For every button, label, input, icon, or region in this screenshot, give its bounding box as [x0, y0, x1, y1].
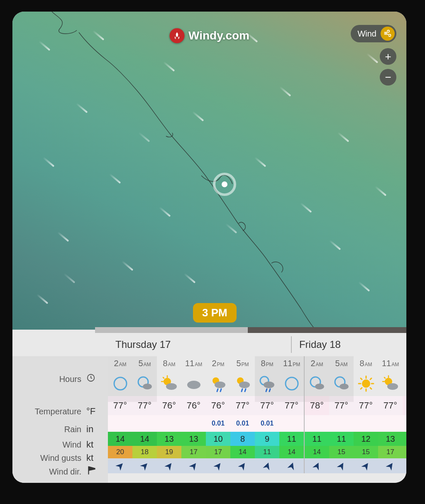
forecast-column[interactable]: 11AM77°.1317 [378, 356, 403, 473]
forecast-column[interactable]: 2AM78°.1114 [304, 356, 329, 473]
forecast-column[interactable]: 2PM78°.1317 [403, 356, 406, 473]
gusts-value: 14 [305, 446, 329, 458]
wind-value: 8 [230, 432, 255, 446]
gusts-value: 14 [230, 446, 255, 458]
rain-value: . [279, 415, 304, 432]
zoom-in-button[interactable]: + [380, 48, 396, 65]
hour-label: 2AM [310, 359, 323, 369]
hour-label: 11PM [283, 359, 300, 369]
rain-value: . [329, 415, 354, 432]
forecast-column[interactable]: 11AM76°.1317 [181, 356, 206, 473]
label-temperature: Temperature [35, 407, 81, 416]
wind-direction-arrow [181, 458, 206, 473]
temperature-value: 78° [403, 396, 406, 415]
unit-rain: in [86, 424, 103, 435]
weather-icon [136, 371, 154, 396]
forecast-column[interactable]: 2AM77°.1420 [108, 356, 132, 473]
timeline-future [248, 327, 406, 333]
unit-gusts: kt [86, 453, 103, 463]
timeline-gap [12, 327, 95, 333]
weather-icon [161, 371, 178, 396]
weather-icon [185, 371, 203, 396]
wind-direction-arrow [354, 458, 378, 473]
forecast-column[interactable]: 5PM77°0.01814 [230, 356, 255, 473]
wind-value: 14 [132, 432, 157, 446]
weather-icon [333, 371, 350, 396]
temperature-value: 77° [230, 396, 255, 415]
rain-value: . [181, 415, 206, 432]
wind-value: 11 [329, 432, 354, 446]
gusts-value: 17 [378, 446, 403, 458]
wind-value: 13 [403, 432, 406, 446]
gusts-value: 15 [354, 446, 378, 458]
temperature-value: 78° [305, 396, 329, 415]
hour-label: 5AM [335, 359, 347, 369]
temperature-value: 77° [132, 396, 157, 415]
temperature-value: 76° [157, 396, 181, 415]
hour-label: 5AM [138, 359, 151, 369]
layer-selector[interactable]: Wind [351, 25, 396, 42]
rain-value: . [157, 415, 181, 432]
forecast-column[interactable]: 2PM76°0.011017 [206, 356, 230, 473]
hour-label: 8AM [359, 359, 372, 369]
rain-value: . [403, 415, 406, 432]
row-labels: Hours Temperature °F Rain in Wind kt Win… [12, 333, 108, 483]
wind-value: 13 [181, 432, 206, 446]
hour-label: 8AM [163, 359, 175, 369]
forecast-column[interactable]: 5AM77°.1418 [132, 356, 157, 473]
temperature-value: 76° [181, 396, 206, 415]
gusts-value: 17 [206, 446, 230, 458]
brand-name: Windy.com [188, 29, 249, 42]
timeline-track[interactable] [12, 327, 406, 333]
brand: Windy.com [169, 28, 249, 43]
time-indicator[interactable]: 3 PM [193, 303, 237, 323]
wind-value: 13 [157, 432, 181, 446]
wind-map[interactable]: Windy.com Wind + − 3 PM [12, 12, 406, 330]
wind-direction-arrow [305, 458, 329, 473]
wind-direction-arrow [230, 458, 255, 473]
zoom-controls: + − [380, 48, 396, 86]
rain-value: . [305, 415, 329, 432]
rain-value: 0.01 [206, 415, 230, 432]
rain-value: 0.01 [255, 415, 279, 432]
temperature-value: 77° [378, 396, 403, 415]
windsock-icon [86, 465, 103, 478]
forecast-column[interactable]: 8AM76°.1319 [157, 356, 181, 473]
wind-direction-arrow [329, 458, 354, 473]
wind-value: 13 [378, 432, 403, 446]
weather-icon [406, 371, 407, 396]
wind-direction-arrow [157, 458, 181, 473]
location-marker[interactable] [213, 173, 236, 196]
wind-direction-arrow [403, 458, 406, 473]
gusts-value: 11 [255, 446, 279, 458]
label-hours: Hours [59, 374, 81, 384]
rain-value: . [108, 415, 132, 432]
gusts-value: 17 [181, 446, 206, 458]
rain-value: . [132, 415, 157, 432]
windy-logo-icon [169, 28, 184, 43]
label-rain: Rain [64, 425, 81, 434]
wind-direction-arrow [255, 458, 279, 473]
hour-label: 11AM [185, 359, 202, 369]
unit-temperature: °F [86, 406, 103, 417]
forecast-column[interactable]: 8AM77°.1215 [354, 356, 378, 473]
timeline-past [95, 327, 247, 333]
hour-label: 5PM [236, 359, 249, 369]
hour-label: 2PM [212, 359, 224, 369]
day-header[interactable]: Friday 18 [292, 333, 406, 356]
forecast-column[interactable]: 8PM77°0.01911 [255, 356, 279, 473]
wind-value: 11 [279, 432, 304, 446]
zoom-out-button[interactable]: − [380, 69, 396, 86]
gusts-value: 19 [157, 446, 181, 458]
unit-wind: kt [86, 439, 103, 450]
weather-icon [259, 371, 276, 396]
forecast-scroll[interactable]: Thursday 17Friday 18 2AM77°.14205AM77°.1… [108, 333, 406, 483]
gusts-value: 14 [279, 446, 304, 458]
forecast-column[interactable]: 5AM77°.1115 [329, 356, 354, 473]
wind-value: 12 [354, 432, 378, 446]
forecast-column[interactable]: 11PM77°.1114 [279, 356, 304, 473]
day-header[interactable]: Thursday 17 [108, 333, 291, 356]
wind-icon [381, 27, 395, 41]
wind-value: 11 [305, 432, 329, 446]
wind-direction-arrow [108, 458, 132, 473]
